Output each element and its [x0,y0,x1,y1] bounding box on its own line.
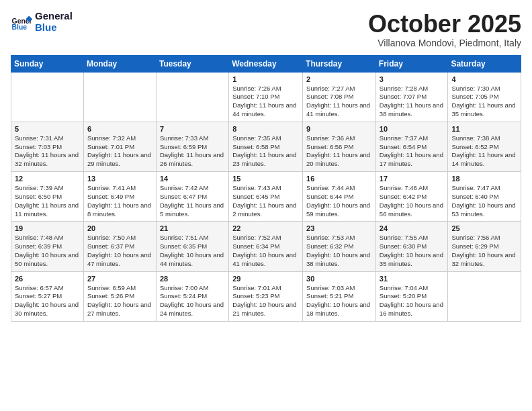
calendar-cell [11,72,84,122]
day-number: 27 [87,275,152,283]
day-number: 25 [451,224,517,232]
day-number: 3 [380,75,445,83]
day-info: Sunrise: 7:56 AM Sunset: 6:29 PM Dayligh… [451,234,517,268]
day-number: 15 [232,175,299,183]
day-number: 14 [160,175,225,183]
day-number: 9 [306,125,372,133]
day-number: 24 [380,224,445,232]
day-number: 10 [380,125,445,133]
calendar-cell: 8Sunrise: 7:35 AM Sunset: 6:58 PM Daylig… [229,122,303,171]
logo-text: General Blue [35,11,73,33]
weekday-header-row: SundayMondayTuesdayWednesdayThursdayFrid… [11,55,521,72]
calendar-cell: 3Sunrise: 7:28 AM Sunset: 7:07 PM Daylig… [375,72,448,122]
day-number: 7 [160,125,225,133]
day-info: Sunrise: 7:01 AM Sunset: 5:23 PM Dayligh… [232,284,299,318]
calendar-cell: 20Sunrise: 7:50 AM Sunset: 6:37 PM Dayli… [83,222,156,271]
day-number: 2 [306,75,372,83]
calendar-cell: 7Sunrise: 7:33 AM Sunset: 6:59 PM Daylig… [156,122,228,171]
calendar-cell: 5Sunrise: 7:31 AM Sunset: 7:03 PM Daylig… [11,122,84,171]
day-info: Sunrise: 7:30 AM Sunset: 7:05 PM Dayligh… [451,85,517,119]
day-number: 17 [380,175,445,183]
day-number: 22 [232,224,299,232]
day-info: Sunrise: 7:37 AM Sunset: 6:54 PM Dayligh… [380,134,445,169]
day-info: Sunrise: 7:26 AM Sunset: 7:10 PM Dayligh… [232,85,299,119]
calendar-cell [448,271,521,321]
day-number: 26 [15,275,80,283]
day-number: 5 [15,125,80,133]
calendar-cell: 30Sunrise: 7:03 AM Sunset: 5:21 PM Dayli… [303,271,376,321]
day-number: 8 [232,125,299,133]
calendar-week-row: 12Sunrise: 7:39 AM Sunset: 6:50 PM Dayli… [11,172,521,222]
calendar-cell: 24Sunrise: 7:55 AM Sunset: 6:30 PM Dayli… [375,222,448,271]
calendar-cell: 31Sunrise: 7:04 AM Sunset: 5:20 PM Dayli… [375,271,448,321]
day-number: 13 [87,175,152,183]
day-info: Sunrise: 7:38 AM Sunset: 6:52 PM Dayligh… [451,134,517,169]
calendar-cell: 21Sunrise: 7:51 AM Sunset: 6:35 PM Dayli… [156,222,228,271]
calendar-cell: 2Sunrise: 7:27 AM Sunset: 7:08 PM Daylig… [303,72,376,122]
calendar-cell: 12Sunrise: 7:39 AM Sunset: 6:50 PM Dayli… [11,172,84,222]
svg-text:Blue: Blue [12,24,28,31]
day-number: 16 [306,175,372,183]
day-info: Sunrise: 6:59 AM Sunset: 5:26 PM Dayligh… [87,284,152,318]
title-area: October 2025 Villanova Mondovi, Piedmont… [368,11,521,48]
day-number: 4 [451,75,517,83]
day-number: 30 [306,275,372,283]
location: Villanova Mondovi, Piedmont, Italy [368,38,521,48]
weekday-header-thursday: Thursday [303,55,376,72]
day-info: Sunrise: 7:43 AM Sunset: 6:45 PM Dayligh… [232,184,299,218]
day-number: 29 [232,275,299,283]
day-number: 19 [15,224,80,232]
day-info: Sunrise: 7:03 AM Sunset: 5:21 PM Dayligh… [306,284,372,318]
day-info: Sunrise: 7:53 AM Sunset: 6:32 PM Dayligh… [306,234,372,268]
day-info: Sunrise: 7:51 AM Sunset: 6:35 PM Dayligh… [160,234,225,268]
weekday-header-monday: Monday [83,55,156,72]
calendar-week-row: 26Sunrise: 6:57 AM Sunset: 5:27 PM Dayli… [11,271,521,321]
calendar-cell: 17Sunrise: 7:46 AM Sunset: 6:42 PM Dayli… [375,172,448,222]
calendar-cell: 25Sunrise: 7:56 AM Sunset: 6:29 PM Dayli… [448,222,521,271]
calendar-cell: 14Sunrise: 7:42 AM Sunset: 6:47 PM Dayli… [156,172,228,222]
day-info: Sunrise: 7:52 AM Sunset: 6:34 PM Dayligh… [232,234,299,268]
page-header: General Blue General Blue October 2025 V… [11,11,521,48]
calendar-cell: 11Sunrise: 7:38 AM Sunset: 6:52 PM Dayli… [448,122,521,171]
calendar-table: SundayMondayTuesdayWednesdayThursdayFrid… [11,55,521,322]
day-info: Sunrise: 7:36 AM Sunset: 6:56 PM Dayligh… [306,134,372,169]
day-info: Sunrise: 7:04 AM Sunset: 5:20 PM Dayligh… [380,284,445,318]
month-title: October 2025 [368,11,521,38]
day-info: Sunrise: 7:35 AM Sunset: 6:58 PM Dayligh… [232,134,299,169]
day-number: 1 [232,75,299,83]
calendar-cell: 10Sunrise: 7:37 AM Sunset: 6:54 PM Dayli… [375,122,448,171]
weekday-header-wednesday: Wednesday [229,55,303,72]
calendar-cell: 29Sunrise: 7:01 AM Sunset: 5:23 PM Dayli… [229,271,303,321]
calendar-cell: 27Sunrise: 6:59 AM Sunset: 5:26 PM Dayli… [83,271,156,321]
day-info: Sunrise: 7:46 AM Sunset: 6:42 PM Dayligh… [380,184,445,218]
logo-icon: General Blue [11,11,32,33]
day-number: 11 [451,125,517,133]
calendar-week-row: 5Sunrise: 7:31 AM Sunset: 7:03 PM Daylig… [11,122,521,171]
day-info: Sunrise: 7:31 AM Sunset: 7:03 PM Dayligh… [15,134,80,169]
calendar-cell: 18Sunrise: 7:47 AM Sunset: 6:40 PM Dayli… [448,172,521,222]
calendar-cell: 15Sunrise: 7:43 AM Sunset: 6:45 PM Dayli… [229,172,303,222]
day-number: 6 [87,125,152,133]
day-info: Sunrise: 7:47 AM Sunset: 6:40 PM Dayligh… [451,184,517,218]
day-info: Sunrise: 7:42 AM Sunset: 6:47 PM Dayligh… [160,184,225,218]
calendar-cell: 4Sunrise: 7:30 AM Sunset: 7:05 PM Daylig… [448,72,521,122]
calendar-cell: 13Sunrise: 7:41 AM Sunset: 6:49 PM Dayli… [83,172,156,222]
day-info: Sunrise: 7:28 AM Sunset: 7:07 PM Dayligh… [380,85,445,119]
day-info: Sunrise: 6:57 AM Sunset: 5:27 PM Dayligh… [15,284,80,318]
weekday-header-sunday: Sunday [11,55,84,72]
weekday-header-saturday: Saturday [448,55,521,72]
day-number: 20 [87,224,152,232]
day-number: 18 [451,175,517,183]
day-number: 21 [160,224,225,232]
calendar-cell: 9Sunrise: 7:36 AM Sunset: 6:56 PM Daylig… [303,122,376,171]
day-info: Sunrise: 7:27 AM Sunset: 7:08 PM Dayligh… [306,85,372,119]
weekday-header-friday: Friday [375,55,448,72]
calendar-cell: 28Sunrise: 7:00 AM Sunset: 5:24 PM Dayli… [156,271,228,321]
day-number: 28 [160,275,225,283]
logo: General Blue General Blue [11,11,73,33]
calendar-cell: 1Sunrise: 7:26 AM Sunset: 7:10 PM Daylig… [229,72,303,122]
day-number: 31 [380,275,445,283]
day-info: Sunrise: 7:50 AM Sunset: 6:37 PM Dayligh… [87,234,152,268]
day-info: Sunrise: 7:55 AM Sunset: 6:30 PM Dayligh… [380,234,445,268]
calendar-cell [156,72,228,122]
